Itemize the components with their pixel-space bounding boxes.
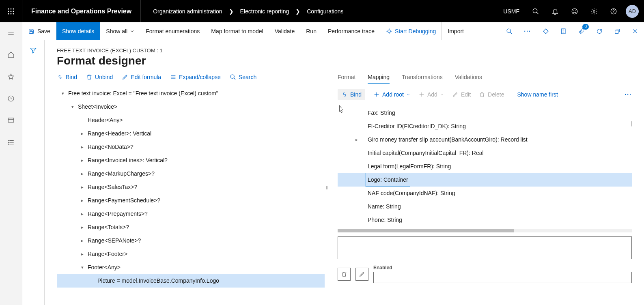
breadcrumb-item[interactable]: Electronic reporting	[240, 8, 289, 15]
svg-point-16	[614, 13, 614, 13]
gear-icon	[590, 8, 598, 15]
search-icon	[506, 28, 513, 34]
svg-rect-39	[615, 30, 618, 33]
feedback-button[interactable]	[565, 0, 584, 22]
svg-point-13	[575, 11, 576, 11]
nav-hamburger-button[interactable]	[3, 26, 19, 39]
svg-point-0	[8, 8, 9, 9]
start-debugging-label: Start Debugging	[395, 28, 436, 34]
svg-rect-30	[30, 31, 33, 33]
action-bar: Save Show details Show all Format enumer…	[22, 22, 644, 40]
svg-rect-29	[30, 29, 32, 30]
office-addin-button[interactable]	[537, 22, 555, 40]
chevron-right-icon: ❯	[295, 8, 300, 15]
breadcrumb-item[interactable]: Configurations	[307, 8, 343, 15]
settings-button[interactable]	[584, 0, 604, 22]
office-export-button[interactable]	[555, 22, 573, 40]
notifications-button[interactable]	[545, 0, 565, 22]
help-icon	[610, 8, 617, 15]
refresh-icon	[596, 28, 603, 34]
search-button[interactable]	[526, 0, 545, 22]
svg-point-11	[572, 9, 577, 14]
more-icon: ···	[524, 28, 531, 34]
breadcrumb: Organization administration ❯ Electronic…	[141, 8, 343, 15]
validate-button[interactable]: Validate	[269, 22, 301, 40]
save-button[interactable]: Save	[22, 22, 56, 40]
svg-line-10	[536, 12, 538, 14]
popout-button[interactable]	[608, 22, 626, 40]
svg-point-12	[573, 11, 574, 11]
save-label: Save	[37, 28, 50, 34]
attachments-button[interactable]: 0	[573, 22, 590, 40]
office-icon	[560, 28, 567, 34]
more-actions-button[interactable]: ···	[518, 22, 537, 40]
diamond-icon	[543, 28, 549, 34]
left-nav-rail	[0, 22, 22, 40]
svg-point-5	[13, 11, 14, 12]
app-title: Finance and Operations Preview	[22, 0, 141, 22]
top-header-right: USMF AD	[497, 0, 644, 22]
svg-point-8	[13, 13, 14, 14]
top-header: Finance and Operations Preview Organizat…	[0, 0, 644, 22]
chevron-right-icon: ❯	[229, 8, 234, 15]
format-enumerations-button[interactable]: Format enumerations	[140, 22, 205, 40]
help-button[interactable]	[604, 0, 623, 22]
svg-point-6	[8, 13, 9, 14]
start-debugging-button[interactable]: Start Debugging	[380, 22, 442, 40]
run-button[interactable]: Run	[300, 22, 322, 40]
close-button[interactable]	[626, 22, 644, 40]
import-button[interactable]: Import	[442, 22, 470, 40]
avatar[interactable]: AD	[626, 5, 639, 18]
legal-entity[interactable]: USMF	[497, 8, 526, 15]
popout-icon	[614, 28, 620, 34]
app-launcher-button[interactable]	[0, 0, 22, 22]
search-action-button[interactable]	[500, 22, 518, 40]
save-icon	[28, 28, 34, 34]
svg-point-14	[593, 10, 595, 12]
svg-point-1	[11, 8, 12, 9]
show-all-button[interactable]: Show all	[100, 22, 140, 40]
close-icon	[632, 28, 638, 34]
hamburger-icon	[7, 29, 15, 37]
refresh-button[interactable]	[590, 22, 608, 40]
svg-point-36	[507, 29, 510, 32]
map-format-to-model-button[interactable]: Map format to model	[205, 22, 269, 40]
show-all-label: Show all	[106, 28, 127, 34]
debug-icon	[386, 28, 392, 34]
svg-point-3	[8, 11, 9, 12]
smile-icon	[571, 8, 578, 15]
waffle-icon	[7, 8, 15, 15]
svg-point-7	[11, 13, 12, 14]
breadcrumb-item[interactable]: Organization administration	[153, 8, 222, 15]
chevron-down-icon	[130, 29, 134, 33]
performance-trace-button[interactable]: Performance trace	[322, 22, 380, 40]
svg-line-37	[510, 32, 512, 34]
svg-point-31	[388, 30, 391, 32]
search-icon	[532, 8, 539, 15]
svg-point-2	[13, 8, 14, 9]
show-details-button[interactable]: Show details	[56, 22, 100, 40]
svg-rect-38	[562, 29, 565, 34]
bell-icon	[551, 8, 559, 15]
svg-point-4	[11, 11, 12, 12]
svg-point-9	[533, 9, 537, 13]
attachment-count: 0	[582, 24, 589, 30]
